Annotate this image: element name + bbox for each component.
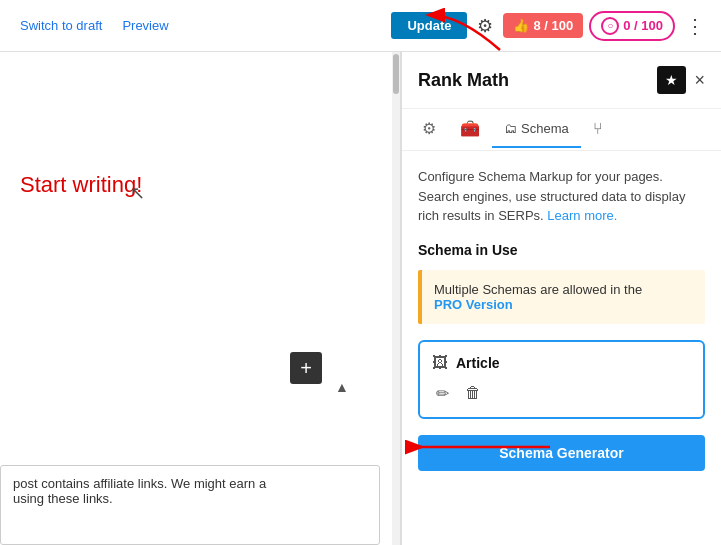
rankmath-header: Rank Math ★ × <box>402 52 721 109</box>
tab-schema[interactable]: 🗂 Schema <box>492 111 581 148</box>
editor-scrollbar[interactable] <box>392 52 400 545</box>
readability-score-button[interactable]: ○ 0 / 100 <box>589 11 675 41</box>
rankmath-close-button[interactable]: × <box>694 70 705 91</box>
rankmath-panel: Rank Math ★ × ⚙ 🧰 🗂 Schema ⑂ Configure S… <box>401 52 721 545</box>
schema-tab-icon: 🗂 <box>504 121 517 136</box>
article-card-actions: ✏ 🗑 <box>432 382 691 405</box>
schema-in-use-title: Schema in Use <box>418 242 705 258</box>
readability-score-value: 0 / 100 <box>623 18 663 33</box>
seo-score-value: 8 / 100 <box>533 18 573 33</box>
affiliate-notice-box: post contains affiliate links. We might … <box>0 465 380 545</box>
add-block-button[interactable]: + <box>290 352 322 384</box>
edit-schema-button[interactable]: ✏ <box>432 382 453 405</box>
toolbar-left: Switch to draft Preview <box>12 14 177 37</box>
learn-more-link[interactable]: Learn more. <box>547 208 617 223</box>
warning-text: Multiple Schemas are allowed in the <box>434 282 642 297</box>
editor-panel: ↖ Start writing! + ▲ post contains affil… <box>0 52 401 545</box>
tab-seo[interactable]: 🧰 <box>448 109 492 150</box>
article-schema-card: 🖼 Article ✏ 🗑 <box>418 340 705 419</box>
delete-schema-button[interactable]: 🗑 <box>461 382 485 405</box>
article-card-header: 🖼 Article <box>432 354 691 372</box>
settings-gear-button[interactable]: ⚙ <box>473 11 497 41</box>
rankmath-body: Configure Schema Markup for your pages. … <box>402 151 721 545</box>
cursor-icon: ↖ <box>130 182 145 204</box>
tab-graph[interactable]: ⑂ <box>581 110 615 150</box>
multiple-schemas-warning: Multiple Schemas are allowed in the PRO … <box>418 270 705 324</box>
tab-settings[interactable]: ⚙ <box>410 109 448 150</box>
thumbs-up-icon: 👍 <box>513 18 529 33</box>
pro-version-link[interactable]: PRO Version <box>434 297 513 312</box>
rankmath-header-actions: ★ × <box>657 66 705 94</box>
kebab-menu-button[interactable]: ⋮ <box>681 12 709 40</box>
article-schema-icon: 🖼 <box>432 354 448 372</box>
toolbar: Switch to draft Preview Update ⚙ 👍 8 / 1… <box>0 0 721 52</box>
switch-to-draft-button[interactable]: Switch to draft <box>12 14 110 37</box>
seo-score-button[interactable]: 👍 8 / 100 <box>503 13 583 38</box>
rankmath-title: Rank Math <box>418 70 509 91</box>
scrollbar-thumb <box>393 54 399 94</box>
main-content: ↖ Start writing! + ▲ post contains affil… <box>0 52 721 545</box>
schema-description: Configure Schema Markup for your pages. … <box>418 167 705 226</box>
schema-generator-button[interactable]: Schema Generator <box>418 435 705 471</box>
article-schema-label: Article <box>456 355 500 371</box>
rankmath-tabs: ⚙ 🧰 🗂 Schema ⑂ <box>402 109 721 151</box>
affiliate-text: post contains affiliate links. We might … <box>13 476 266 506</box>
tab-schema-label: 🗂 Schema <box>504 121 569 136</box>
rankmath-star-button[interactable]: ★ <box>657 66 686 94</box>
circle-score-icon: ○ <box>601 17 619 35</box>
start-writing-text: Start writing! <box>20 172 350 198</box>
scroll-up-arrow[interactable]: ▲ <box>335 379 349 395</box>
preview-button[interactable]: Preview <box>114 14 176 37</box>
update-button[interactable]: Update <box>391 12 467 39</box>
